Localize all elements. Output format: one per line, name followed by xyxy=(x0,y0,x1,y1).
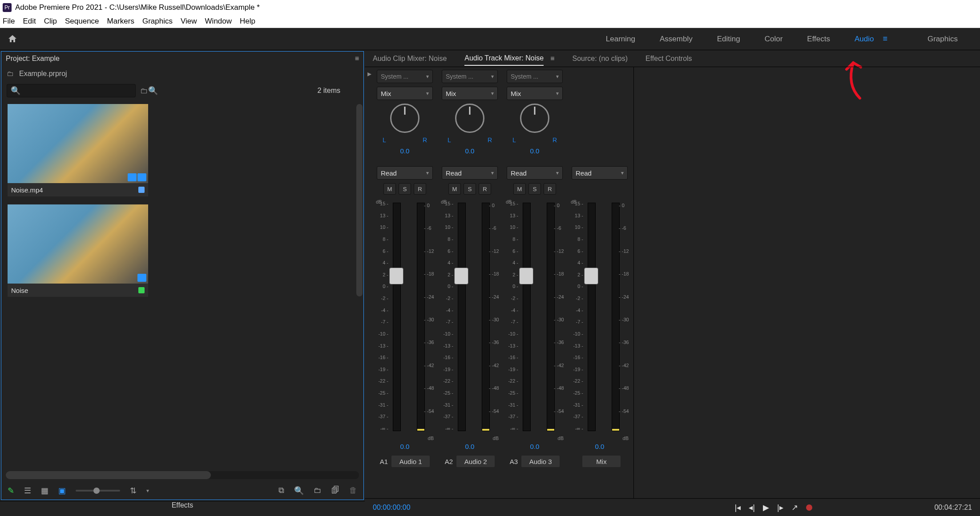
automation-mode-dropdown[interactable]: Read▾ xyxy=(377,166,433,180)
effects-panel-collapsed[interactable]: Effects xyxy=(0,501,365,516)
new-bin-icon[interactable]: 🗀 xyxy=(314,486,322,496)
record-enable-button[interactable]: R xyxy=(479,183,491,195)
automation-mode-dropdown[interactable]: Read▾ xyxy=(442,166,498,180)
volume-fader-track[interactable] xyxy=(588,203,596,431)
step-back-icon[interactable]: ◂| xyxy=(749,503,755,512)
play-toggle-icon[interactable]: ▶ xyxy=(763,503,769,512)
go-to-out-point-icon[interactable]: ↗ xyxy=(791,503,798,512)
workspace-audio-menu-icon[interactable]: ≡ xyxy=(883,34,887,44)
project-scrollbar[interactable] xyxy=(356,104,363,436)
clip-item[interactable]: Noise.mp4 xyxy=(8,104,148,196)
write-mode-icon[interactable]: ✎ xyxy=(8,486,14,496)
menu-graphics[interactable]: Graphics xyxy=(142,17,173,26)
solo-button[interactable]: S xyxy=(399,183,411,195)
clip-name[interactable]: Noise xyxy=(11,287,28,294)
find-icon[interactable]: 🔍 xyxy=(294,486,304,496)
clip-thumbnail[interactable] xyxy=(8,204,148,284)
track-name[interactable]: Audio 1 xyxy=(391,456,430,467)
tab-source-monitor[interactable]: Source: (no clips) xyxy=(572,52,628,65)
tab-audio-clip-mixer[interactable]: Audio Clip Mixer: Noise xyxy=(373,52,447,65)
tab-effect-controls[interactable]: Effect Controls xyxy=(645,52,692,65)
track-output-dropdown[interactable]: Mix▾ xyxy=(377,87,433,100)
track-output-dropdown[interactable]: Mix▾ xyxy=(507,87,563,100)
go-to-in-point-icon[interactable]: |◂ xyxy=(735,503,741,512)
pan-knob[interactable] xyxy=(520,104,549,133)
volume-fader-track[interactable] xyxy=(523,203,531,431)
record-enable-button[interactable]: R xyxy=(544,183,556,195)
automation-mode-dropdown[interactable]: Read▾ xyxy=(507,166,563,180)
workspace-assembly[interactable]: Assembly xyxy=(660,35,693,44)
volume-fader-handle[interactable] xyxy=(584,268,598,284)
mute-button[interactable]: M xyxy=(448,183,461,195)
track-output-dropdown[interactable]: Mix▾ xyxy=(442,87,498,100)
track-input-dropdown[interactable]: System ...▾ xyxy=(442,70,498,83)
mute-button[interactable]: M xyxy=(513,183,526,195)
pan-knob[interactable] xyxy=(390,104,419,133)
volume-value[interactable]: 0.0 xyxy=(595,443,605,450)
workspace-color[interactable]: Color xyxy=(765,35,783,44)
workspace-graphics[interactable]: Graphics xyxy=(928,35,958,44)
track-name[interactable]: Audio 3 xyxy=(521,456,560,467)
menu-window[interactable]: Window xyxy=(205,17,232,26)
project-panel-title[interactable]: Project: Example xyxy=(6,55,60,63)
freeform-view-icon[interactable]: ▣ xyxy=(58,486,66,496)
volume-fader-track[interactable] xyxy=(458,203,466,431)
pan-value[interactable]: 0.0 xyxy=(530,147,540,155)
clip-label-chip[interactable] xyxy=(138,187,145,193)
volume-value[interactable]: 0.0 xyxy=(465,443,475,450)
record-enable-button[interactable]: R xyxy=(414,183,426,195)
pan-knob[interactable] xyxy=(455,104,484,133)
clip-label-chip[interactable] xyxy=(138,287,145,293)
menu-markers[interactable]: Markers xyxy=(107,17,134,26)
volume-fader-track[interactable] xyxy=(393,203,401,431)
project-hscroll[interactable] xyxy=(6,471,359,479)
new-bin-from-search-icon[interactable]: 🗀🔍 xyxy=(140,86,158,96)
effects-sends-expand-toggle[interactable]: ▸ xyxy=(365,67,374,498)
mute-button[interactable]: M xyxy=(383,183,396,195)
sort-menu-chevron-icon[interactable]: ▾ xyxy=(146,488,149,494)
menu-clip[interactable]: Clip xyxy=(44,17,57,26)
solo-button[interactable]: S xyxy=(528,183,541,195)
volume-value[interactable]: 0.0 xyxy=(530,443,540,450)
panel-menu-icon[interactable]: ≡ xyxy=(550,55,554,63)
clip-item[interactable]: Noise xyxy=(8,204,148,297)
menu-help[interactable]: Help xyxy=(240,17,255,26)
list-view-icon[interactable]: ☰ xyxy=(24,486,31,496)
volume-fader-handle[interactable] xyxy=(519,268,533,284)
volume-value[interactable]: 0.0 xyxy=(400,443,410,450)
menu-file[interactable]: File xyxy=(3,17,15,26)
automate-to-sequence-icon[interactable]: ⧉ xyxy=(278,486,284,496)
track-name[interactable]: Audio 2 xyxy=(456,456,495,467)
workspace-editing[interactable]: Editing xyxy=(717,35,740,44)
project-search-field[interactable] xyxy=(23,88,132,94)
workspace-learning[interactable]: Learning xyxy=(606,35,635,44)
tab-audio-track-mixer[interactable]: Audio Track Mixer: Noise xyxy=(464,52,544,66)
sort-icon[interactable]: ⇅ xyxy=(130,486,137,496)
clip-thumbnail[interactable] xyxy=(8,104,148,183)
project-search-input[interactable]: 🔍 xyxy=(7,84,136,97)
new-item-icon[interactable]: 🗐 xyxy=(331,486,339,496)
volume-fader-handle[interactable] xyxy=(454,268,468,284)
workspace-effects[interactable]: Effects xyxy=(807,35,830,44)
track-input-dropdown[interactable]: System ...▾ xyxy=(507,70,563,83)
menu-sequence[interactable]: Sequence xyxy=(65,17,99,26)
icon-view-icon[interactable]: ▦ xyxy=(41,486,48,496)
thumbnail-zoom-slider[interactable] xyxy=(76,490,120,492)
delete-icon[interactable]: 🗑 xyxy=(349,486,357,496)
panel-menu-icon[interactable]: ≡ xyxy=(355,55,359,63)
menu-view[interactable]: View xyxy=(181,17,197,26)
workspace-audio[interactable]: Audio xyxy=(855,35,874,44)
clip-name[interactable]: Noise.mp4 xyxy=(11,186,43,194)
pan-value[interactable]: 0.0 xyxy=(400,147,410,155)
menu-edit[interactable]: Edit xyxy=(23,17,36,26)
pan-value[interactable]: 0.0 xyxy=(465,147,475,155)
automation-mode-dropdown[interactable]: Read▾ xyxy=(572,166,628,180)
track-name[interactable]: Mix xyxy=(582,456,621,467)
step-forward-icon[interactable]: |▸ xyxy=(777,503,783,512)
record-button[interactable] xyxy=(806,504,812,511)
solo-button[interactable]: S xyxy=(464,183,476,195)
track-input-dropdown[interactable]: System ...▾ xyxy=(377,70,433,83)
volume-fader-handle[interactable] xyxy=(389,268,403,284)
timecode-in[interactable]: 00:00:00:00 xyxy=(373,504,411,512)
project-bin-area[interactable]: Noise.mp4 Noise xyxy=(1,100,363,471)
